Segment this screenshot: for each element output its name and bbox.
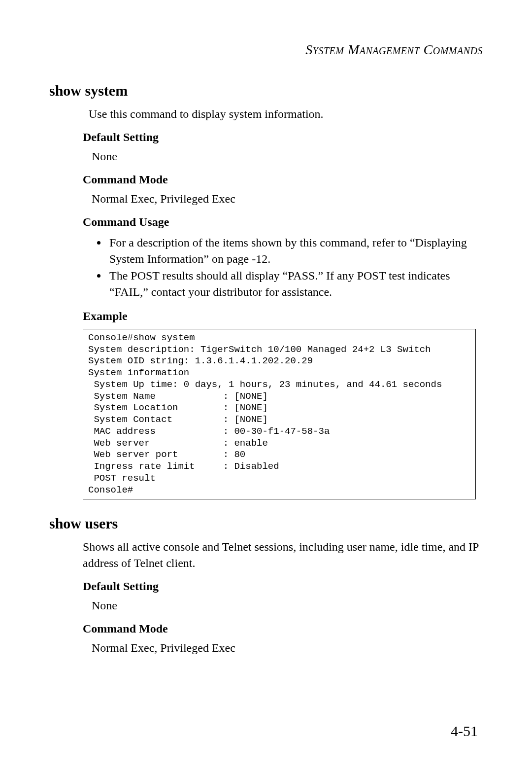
section-title-show-system: show system xyxy=(49,82,483,99)
command-mode-label: Command Mode xyxy=(83,173,483,186)
show-users-intro: Shows all active console and Telnet sess… xyxy=(83,539,483,571)
default-setting-value: None xyxy=(92,150,483,163)
usage-item: The POST results should all display “PAS… xyxy=(107,268,473,300)
default-setting-value-2: None xyxy=(92,599,483,612)
usage-item: For a description of the items shown by … xyxy=(107,235,473,267)
page-container: System Management Commands show system U… xyxy=(0,0,532,774)
command-usage-list: For a description of the items shown by … xyxy=(94,235,473,300)
command-mode-label-2: Command Mode xyxy=(83,622,483,635)
section-title-show-users: show users xyxy=(49,515,483,532)
default-setting-label: Default Setting xyxy=(83,131,483,144)
default-setting-label-2: Default Setting xyxy=(83,580,483,593)
command-usage-label: Command Usage xyxy=(83,215,483,229)
show-system-intro: Use this command to display system infor… xyxy=(89,106,483,122)
command-mode-value-2: Normal Exec, Privileged Exec xyxy=(92,641,483,655)
page-number: 4-51 xyxy=(451,723,478,739)
command-mode-value: Normal Exec, Privileged Exec xyxy=(92,192,483,206)
running-header: System Management Commands xyxy=(49,42,483,58)
example-output: Console#show system System description: … xyxy=(83,329,476,500)
example-label: Example xyxy=(83,310,483,323)
